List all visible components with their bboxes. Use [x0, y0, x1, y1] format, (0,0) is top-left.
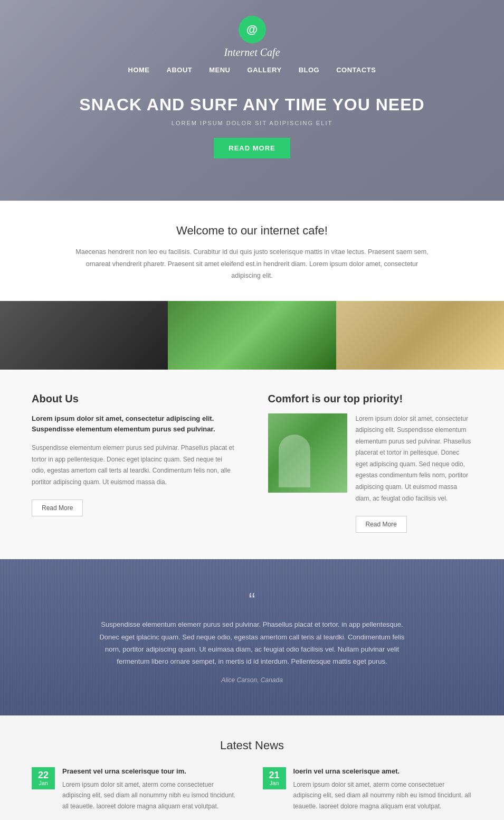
- testimonial-text: Suspendisse elementum elemerr purus sed …: [94, 618, 411, 668]
- news-grid: 22 Jan Praesent vel urna scelerisque tou…: [32, 767, 472, 820]
- comfort-figure: [279, 435, 310, 487]
- news-body-2: Lorem ipsum dolor sit amet, aterm come c…: [293, 779, 473, 812]
- comfort-image: [268, 413, 347, 493]
- comfort-col: Comfort is our top priority! Lorem ipsum…: [268, 393, 473, 533]
- news-item-1-content: Praesent vel urna scelerisque tour im. L…: [62, 767, 242, 812]
- keyboard-image: [0, 301, 168, 370]
- welcome-text: Maecenas hendrerit non leo eu facilisis.…: [73, 246, 432, 282]
- about-title: About Us: [32, 393, 236, 405]
- news-item-1-top: 22 Jan Praesent vel urna scelerisque tou…: [32, 767, 242, 812]
- quote-icon: “: [63, 591, 441, 610]
- hero-content: @ Internet Cafe HOME ABOUT MENU GALLERY …: [0, 16, 504, 158]
- chopsticks-image: [336, 301, 504, 370]
- nav-contacts[interactable]: CONTACTS: [336, 66, 376, 74]
- image-strip: [0, 301, 504, 370]
- about-col: About Us Lorem ipsum dolor sit amet, con…: [32, 393, 236, 533]
- image-strip-tablets: [168, 301, 336, 370]
- news-item-2-top: 21 Jan loerin vel urna scelerisque amet.…: [263, 767, 473, 812]
- nav-blog[interactable]: BLOG: [299, 66, 320, 74]
- about-comfort-section: About Us Lorem ipsum dolor sit amet, con…: [0, 370, 504, 560]
- comfort-inner: Lorem ipsum dolor sit amet, consectetur …: [268, 413, 473, 533]
- hero-cta-button[interactable]: READ MORE: [214, 138, 290, 158]
- news-date-day-1: 22: [37, 770, 50, 780]
- testimonial-author: Alice Carson, Canada: [63, 676, 441, 684]
- hero-section: @ Internet Cafe HOME ABOUT MENU GALLERY …: [0, 0, 504, 201]
- news-section: Latest News 22 Jan Praesent vel urna sce…: [0, 715, 504, 820]
- news-body-1: Lorem ipsum dolor sit amet, aterm come c…: [62, 779, 242, 812]
- nav-menu[interactable]: MENU: [209, 66, 230, 74]
- nav-about[interactable]: ABOUT: [167, 66, 193, 74]
- news-section-title: Latest News: [32, 739, 472, 752]
- news-date-badge-2: 21 Jan: [263, 767, 286, 789]
- welcome-section: Welcome to our internet cafe! Maecenas h…: [0, 201, 504, 301]
- logo-name: Internet Cafe: [0, 46, 504, 59]
- tablets-image: [168, 301, 336, 370]
- testimonial-section: “ Suspendisse elementum elemerr purus se…: [0, 559, 504, 715]
- main-nav: HOME ABOUT MENU GALLERY BLOG CONTACTS: [0, 66, 504, 74]
- news-item-1: 22 Jan Praesent vel urna scelerisque tou…: [32, 767, 242, 820]
- logo-icon: @: [239, 16, 266, 43]
- comfort-body-text: Lorem ipsum dolor sit amet, consectetur …: [356, 413, 473, 505]
- hero-subtitle: LOREM IPSUM DOLOR SIT ADIPISCING ELIT: [0, 120, 504, 126]
- news-date-badge-1: 22 Jan: [32, 767, 55, 789]
- image-strip-keyboard: [0, 301, 168, 370]
- comfort-read-more-button[interactable]: Read More: [356, 516, 407, 533]
- welcome-title: Welcome to our internet cafe!: [42, 224, 462, 238]
- hero-title: SNACK AND SURF ANY TIME YOU NEED: [0, 95, 504, 115]
- nav-gallery[interactable]: GALLERY: [248, 66, 282, 74]
- about-bold-text: Lorem ipsum dolor sit amet, consectetur …: [32, 413, 236, 436]
- news-item-2: 21 Jan loerin vel urna scelerisque amet.…: [263, 767, 473, 820]
- nav-home[interactable]: HOME: [128, 66, 150, 74]
- news-item-2-content: loerin vel urna scelerisque amet. Lorem …: [293, 767, 473, 812]
- about-read-more-button[interactable]: Read More: [32, 499, 83, 516]
- news-date-month-2: Jan: [268, 780, 281, 786]
- news-date-day-2: 21: [268, 770, 281, 780]
- comfort-text-area: Lorem ipsum dolor sit amet, consectetur …: [356, 413, 473, 533]
- news-headline-2: loerin vel urna scelerisque amet.: [293, 767, 473, 775]
- comfort-title: Comfort is our top priority!: [268, 393, 473, 405]
- news-date-month-1: Jan: [37, 780, 50, 786]
- about-body-text: Suspendisse elementum elemerr purus sed …: [32, 442, 236, 488]
- image-strip-chopsticks: [336, 301, 504, 370]
- news-headline-1: Praesent vel urna scelerisque tour im.: [62, 767, 242, 775]
